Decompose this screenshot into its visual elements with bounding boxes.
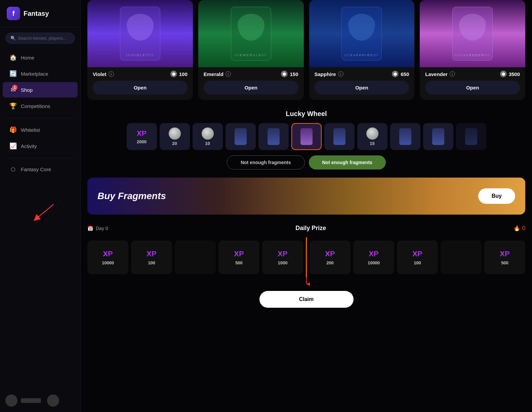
sidebar-item-marketplace[interactable]: 🔄 Marketplace <box>3 66 78 81</box>
wheel-item-fragment-4 <box>390 123 420 150</box>
sidebar-item-label: Whitelist <box>21 127 40 133</box>
fire-count: 🔥 0 <box>514 225 525 231</box>
fragment-card-icon-active <box>300 128 313 145</box>
sidebar-item-shop[interactable]: ✉ 1 Shop <box>3 82 78 98</box>
search-icon: 🔍 <box>10 36 16 41</box>
not-enough-fragments-btn-2[interactable]: Not enough fragments <box>309 155 386 170</box>
pack-sapphire-info-icon[interactable]: i <box>338 71 343 77</box>
home-icon: 🏠 <box>9 54 17 61</box>
pack-sapphire-info: Sapphire i ⬤ 650 <box>309 67 415 81</box>
wheel-item-fragment-6 <box>456 123 486 150</box>
packs-row: ///VIOLET/// Violet i ⬤ 100 Open ///EMER… <box>87 0 525 100</box>
fragment-card-icon <box>333 128 345 145</box>
buy-fragments-title: Buy Fragments <box>97 191 166 201</box>
daily-strip-container: XP 10000 XP 100 XP 500 XP 1000 <box>87 237 525 277</box>
sidebar-item-whitelist[interactable]: 🎁 Whitelist <box>3 122 78 138</box>
daily-current-marker <box>306 237 307 277</box>
user-name <box>21 398 41 403</box>
pack-sapphire: ///SAPPHIRE/// Sapphire i ⬤ 650 Open <box>309 0 415 100</box>
xp-icon: XP <box>103 250 113 258</box>
xp-icon: XP <box>369 250 378 258</box>
pack-violet-name: Violet i <box>93 71 114 77</box>
daily-item-8: XP 100 <box>397 240 438 274</box>
pack-violet-image: ///VIOLET/// <box>87 0 193 67</box>
silver-coin-icon <box>366 127 378 140</box>
pack-violet-label: ///VIOLET/// <box>126 53 154 57</box>
pack-emerald-open-btn[interactable]: Open <box>204 81 298 95</box>
user-avatar-1 <box>5 395 17 407</box>
fire-icon: 🔥 <box>514 225 520 231</box>
fragment-buttons: Not enough fragments Not enough fragment… <box>87 155 525 170</box>
coin-icon-lavender: ⬤ <box>500 71 507 77</box>
search-bar[interactable]: 🔍 Search heroes, players... <box>5 33 75 44</box>
sidebar-item-activity[interactable]: 📈 Activity <box>3 138 78 154</box>
pack-lavender-info: Lavender i ⬤ 3500 <box>420 67 525 81</box>
svg-line-1 <box>36 204 54 219</box>
claim-button[interactable]: Claim <box>259 291 354 308</box>
pack-lavender-image: ///LAVENDER/// <box>420 0 525 67</box>
pack-lavender-open-btn[interactable]: Open <box>425 81 520 95</box>
sidebar-item-competitions[interactable]: 🏆 Competitions <box>3 98 78 114</box>
fragment-card-icon <box>235 128 247 145</box>
silver-coin-icon <box>169 127 181 140</box>
daily-item-6: XP 200 <box>310 240 351 274</box>
sidebar: f Fantasy 🔍 Search heroes, players... 🏠 … <box>0 0 81 412</box>
xp-icon: XP <box>147 250 156 258</box>
pack-emerald-label: ///EMERALD/// <box>235 53 268 57</box>
whitelist-icon: 🎁 <box>9 126 17 134</box>
pack-emerald-info-icon[interactable]: i <box>226 71 231 77</box>
pack-lavender-shape: ///LAVENDER/// <box>452 7 493 61</box>
pack-lavender-label: ///LAVENDER/// <box>455 53 490 57</box>
pack-sapphire-price: ⬤ 650 <box>392 71 409 77</box>
pack-sapphire-open-btn[interactable]: Open <box>315 81 409 95</box>
sidebar-item-label: Marketplace <box>21 71 48 77</box>
lucky-wheel-section: Lucky Wheel XP 2000 20 10 <box>87 110 525 170</box>
xp-icon: XP <box>412 250 422 258</box>
pack-violet-shape: ///VIOLET/// <box>120 7 160 61</box>
pack-lavender-info-icon[interactable]: i <box>450 71 455 77</box>
xp-icon: XP <box>137 129 147 138</box>
marketplace-icon: 🔄 <box>9 70 17 77</box>
buy-fragments-btn[interactable]: Buy <box>478 188 515 204</box>
app-name: Fantasy <box>24 10 49 17</box>
wheel-item-fragment-3 <box>324 123 355 150</box>
not-enough-fragments-btn-1[interactable]: Not enough fragments <box>227 155 304 170</box>
sidebar-item-fantasy-core[interactable]: ⬡ Fantasy Core <box>3 162 78 177</box>
wheel-strip: XP 2000 20 10 <box>87 123 525 150</box>
main-content: ///VIOLET/// Violet i ⬤ 100 Open ///EMER… <box>81 0 532 412</box>
daily-item-5: XP 1000 <box>262 240 303 274</box>
coin-icon-sapphire: ⬤ <box>392 71 399 77</box>
daily-item-1: XP 10000 <box>87 240 128 274</box>
wheel-item-xp-2000: XP 2000 <box>127 123 157 150</box>
wheel-item-fragment-1 <box>226 123 256 150</box>
pack-violet-info: Violet i ⬤ 100 <box>87 67 193 81</box>
wheel-item-fragment-active <box>291 123 322 150</box>
search-placeholder: Search heroes, players... <box>18 36 67 41</box>
xp-icon: XP <box>234 250 244 258</box>
pack-emerald-info: Emerald i ⬤ 150 <box>198 67 304 81</box>
daily-item-9-empty <box>441 240 482 274</box>
daily-item-7: XP 10000 <box>353 240 394 274</box>
fragment-card-icon <box>399 128 411 145</box>
arrow-down-icon <box>303 277 310 288</box>
nav-divider-2 <box>5 158 75 158</box>
activity-icon: 📈 <box>9 142 17 150</box>
sidebar-item-label: Activity <box>21 143 37 149</box>
daily-item-2: XP 100 <box>131 240 172 274</box>
wheel-item-silver-15: 15 <box>357 123 387 150</box>
pack-violet-open-btn[interactable]: Open <box>93 81 188 95</box>
pack-sapphire-shape: ///SAPPHIRE/// <box>341 7 382 61</box>
claim-section: Claim <box>87 291 525 308</box>
pack-violet-info-icon[interactable]: i <box>109 71 114 77</box>
daily-prize-title: Daily Prize <box>295 225 326 232</box>
daily-strip: XP 10000 XP 100 XP 500 XP 1000 <box>87 237 525 277</box>
sidebar-item-home[interactable]: 🏠 Home <box>3 50 78 65</box>
calendar-icon: 📅 <box>87 226 93 231</box>
pack-emerald-name: Emerald i <box>204 71 231 77</box>
shop-badge: 1 <box>12 85 17 90</box>
silver-coin-icon <box>202 127 214 140</box>
buy-fragments-banner: Buy Fragments Buy <box>87 178 525 215</box>
app-logo-icon: f <box>7 7 20 20</box>
pack-lavender: ///LAVENDER/// Lavender i ⬤ 3500 Open <box>420 0 525 100</box>
coin-icon-violet: ⬤ <box>170 71 177 77</box>
